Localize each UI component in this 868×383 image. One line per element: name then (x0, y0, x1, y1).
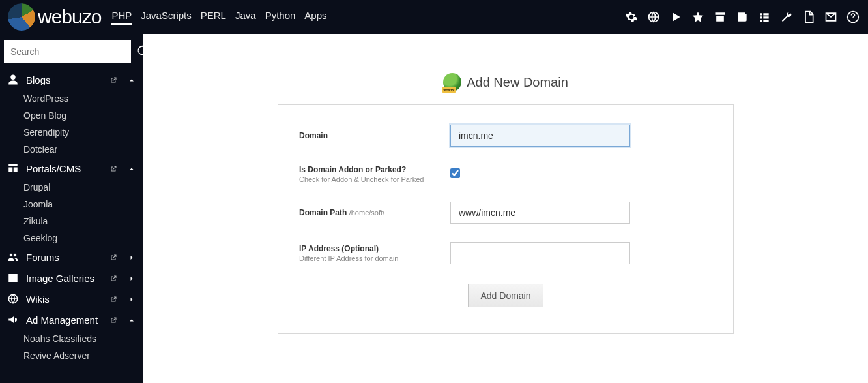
sidebar-item-wordpress[interactable]: WordPress (23, 90, 143, 107)
sidebar-cat-label: Forums (26, 252, 59, 263)
form-panel: Domain Is Domain Addon or Parked? Check … (278, 104, 734, 334)
mail-icon[interactable] (824, 10, 838, 24)
portal-icon (7, 162, 20, 174)
wrench-icon[interactable] (779, 10, 794, 24)
sidebar-cat-forums[interactable]: Forums (0, 247, 143, 268)
sidebar-item-joomla[interactable]: Joomla (23, 196, 143, 213)
sidebar-cat-ad[interactable]: Ad Management (0, 309, 143, 330)
logo-text: webuzo (38, 6, 101, 28)
sidebar-item-openblog[interactable]: Open Blog (23, 107, 143, 124)
search-input[interactable] (4, 40, 131, 63)
ip-label: IP Address (Optional) Different IP Addre… (299, 244, 450, 262)
sidebar-cat-images[interactable]: Image Galleries (0, 268, 143, 288)
ip-input[interactable] (450, 242, 630, 264)
sidebar-item-drupal[interactable]: Drupal (23, 179, 143, 196)
addon-checkbox[interactable] (450, 168, 460, 178)
path-hint-text: /home/soft/ (349, 209, 384, 217)
sidebar-cat-label: Image Galleries (26, 273, 94, 284)
path-input[interactable] (450, 202, 630, 224)
button-row: Add Domain (299, 284, 712, 307)
megaphone-icon (7, 314, 20, 326)
domain-input[interactable] (450, 125, 630, 147)
main-content: Add New Domain Domain Is Domain Addon or… (143, 34, 868, 383)
sidebar-item-serendipity[interactable]: Serendipity (23, 124, 143, 141)
popout-icon[interactable] (109, 253, 119, 262)
addon-sub-text: Check for Addon & Uncheck for Parked (299, 176, 450, 183)
search-row (0, 34, 143, 69)
sidebar-item-noahs[interactable]: Noahs Classifieds (23, 330, 143, 347)
popout-icon[interactable] (109, 75, 119, 84)
users-icon (7, 251, 20, 263)
sidebar-cat-label: Portals/CMS (26, 163, 81, 174)
popout-icon[interactable] (109, 294, 119, 303)
sidebar-ad-items: Noahs Classifieds Revive Adserver (0, 330, 143, 364)
archive-icon[interactable] (713, 10, 727, 24)
nav-php[interactable]: PHP (111, 10, 132, 25)
play-icon[interactable] (669, 10, 683, 24)
domain-globe-icon (443, 73, 461, 91)
top-nav: PHP JavaScripts PERL Java Python Apps (111, 10, 326, 25)
page-title: Add New Domain (467, 75, 568, 90)
domain-label: Domain (299, 131, 450, 140)
nav-java[interactable]: Java (235, 10, 256, 25)
settings-icon[interactable] (624, 10, 639, 24)
addon-label: Is Domain Addon or Parked? Check for Add… (299, 165, 450, 183)
nav-perl[interactable]: PERL (201, 10, 226, 25)
row-domain: Domain (299, 125, 712, 147)
chevron-right-icon (128, 294, 137, 303)
sidebar-cat-wikis[interactable]: Wikis (0, 288, 143, 309)
file-icon[interactable] (802, 10, 816, 24)
sidebar-cat-portals[interactable]: Portals/CMS (0, 158, 143, 179)
nav-python[interactable]: Python (265, 10, 296, 25)
nav-apps[interactable]: Apps (304, 10, 326, 25)
row-addon: Is Domain Addon or Parked? Check for Add… (299, 165, 712, 183)
popout-icon[interactable] (109, 273, 119, 283)
topbar: webuzo PHP JavaScripts PERL Java Python … (0, 0, 868, 34)
sidebar-cat-label: Wikis (26, 294, 50, 305)
page-title-row: Add New Domain (143, 73, 868, 91)
popout-icon[interactable] (109, 164, 119, 173)
news-icon[interactable] (735, 10, 749, 24)
sidebar-item-zikula[interactable]: Zikula (23, 213, 143, 230)
path-label-text: Domain Path (299, 208, 347, 217)
list-icon[interactable] (757, 10, 772, 24)
chevron-up-icon (128, 164, 137, 173)
help-icon[interactable] (846, 10, 860, 24)
globe-icon (7, 293, 20, 305)
logo-icon (8, 3, 35, 31)
image-icon (7, 272, 20, 284)
logo[interactable]: webuzo (8, 3, 101, 31)
search-button[interactable] (136, 42, 143, 61)
path-label: Domain Path /home/soft/ (299, 208, 450, 217)
sidebar-item-geeklog[interactable]: Geeklog (23, 230, 143, 247)
sidebar: Blogs WordPress Open Blog Serendipity Do… (0, 34, 143, 383)
sidebar-item-revive[interactable]: Revive Adserver (23, 347, 143, 364)
user-icon (7, 74, 20, 85)
popout-icon[interactable] (109, 315, 119, 324)
addon-label-text: Is Domain Addon or Parked? (299, 165, 406, 174)
chevron-right-icon (128, 253, 137, 262)
ip-sub-text: Different IP Address for domain (299, 254, 450, 262)
www-icon[interactable] (646, 10, 661, 24)
chevron-up-icon (128, 75, 137, 84)
ip-label-text: IP Address (Optional) (299, 244, 379, 253)
sidebar-cat-label: Blogs (26, 74, 51, 85)
sidebar-cat-label: Ad Management (26, 314, 98, 326)
sidebar-item-dotclear[interactable]: Dotclear (23, 141, 143, 158)
row-path: Domain Path /home/soft/ (299, 202, 712, 224)
top-toolbar (624, 10, 860, 24)
nav-javascripts[interactable]: JavaScripts (141, 10, 192, 25)
star-icon[interactable] (691, 10, 705, 24)
sidebar-cat-blogs[interactable]: Blogs (0, 69, 143, 90)
row-ip: IP Address (Optional) Different IP Addre… (299, 242, 712, 264)
add-domain-button[interactable]: Add Domain (468, 284, 543, 307)
sidebar-blogs-items: WordPress Open Blog Serendipity Dotclear (0, 90, 143, 158)
chevron-right-icon (128, 273, 137, 283)
chevron-up-icon (128, 315, 137, 324)
sidebar-portals-items: Drupal Joomla Zikula Geeklog (0, 179, 143, 247)
